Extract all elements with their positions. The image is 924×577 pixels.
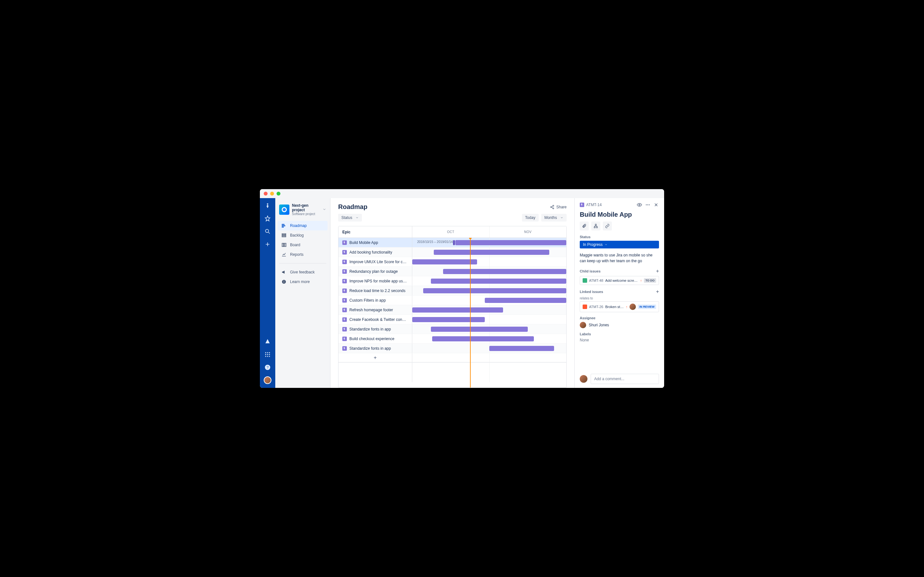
epic-cell[interactable]: Refresh homepage footer	[338, 305, 412, 314]
svg-rect-13	[282, 226, 285, 226]
create-icon[interactable]	[264, 240, 271, 248]
epic-row[interactable]: Add booking functionality	[338, 247, 566, 257]
window-close-button[interactable]	[264, 192, 268, 195]
search-icon[interactable]	[264, 227, 271, 235]
learn-more[interactable]: Learn more	[278, 277, 328, 287]
epic-type-icon	[580, 203, 584, 207]
assignee-field[interactable]: Shuri Jones	[580, 322, 659, 328]
timeline-cell: 2018/10/15 – 2019/01/14	[412, 238, 566, 247]
add-linked-issue-button[interactable]: +	[656, 289, 659, 295]
megaphone-icon	[281, 269, 287, 275]
epic-cell[interactable]: Add booking functionality	[338, 247, 412, 257]
epic-cell[interactable]: Create Facebook & Twitter connector	[338, 315, 412, 324]
epic-row[interactable]: Build Mobile App2018/10/15 – 2019/01/14	[338, 238, 566, 247]
bar-start-handle[interactable]	[453, 240, 455, 245]
svg-rect-19	[284, 243, 284, 247]
help-icon[interactable]: ?	[264, 364, 271, 371]
child-issues-label: Child issues	[580, 269, 601, 273]
epic-bar[interactable]	[432, 336, 534, 342]
epic-row[interactable]: Improve UMUX Lite Score for checko...	[338, 257, 566, 267]
project-type: Software project	[292, 212, 320, 216]
svg-text:?: ?	[267, 365, 269, 369]
epic-cell[interactable]: Build checkout experience	[338, 334, 412, 343]
svg-point-9	[269, 356, 270, 357]
epic-row[interactable]: Reduce load time to 2.2 seconds	[338, 286, 566, 295]
epic-type-icon	[342, 279, 347, 284]
nav-board-label: Board	[290, 243, 300, 247]
issue-description[interactable]: Maggie wants to use Jira on mobile so sh…	[580, 252, 659, 264]
nav-roadmap[interactable]: Roadmap	[278, 221, 328, 230]
epic-cell[interactable]: Custom Filters in app	[338, 295, 412, 305]
scale-selector[interactable]: Months	[541, 214, 567, 221]
link-button[interactable]	[603, 221, 612, 230]
window-minimize-button[interactable]	[270, 192, 274, 195]
epic-cell[interactable]: Build Mobile App	[338, 238, 412, 247]
epic-cell[interactable]: Redundancy plan for outage	[338, 267, 412, 276]
attach-button[interactable]	[580, 221, 589, 230]
epic-row[interactable]: Standardize fonts in app	[338, 324, 566, 334]
comment-input[interactable]: Add a comment...	[591, 374, 659, 384]
nav-reports[interactable]: Reports	[278, 250, 328, 259]
window-zoom-button[interactable]	[276, 192, 280, 195]
epic-bar[interactable]	[423, 288, 566, 293]
svg-rect-18	[282, 243, 283, 247]
jira-logo-icon[interactable]	[264, 202, 271, 210]
epic-bar[interactable]	[431, 327, 528, 332]
epic-cell[interactable]: Improve NPS for mobile app users by ...	[338, 276, 412, 285]
epic-title: Custom Filters in app	[349, 298, 386, 303]
epic-row[interactable]: Custom Filters in app	[338, 295, 566, 305]
give-feedback[interactable]: Give feedback	[278, 268, 328, 277]
star-icon[interactable]	[264, 215, 271, 222]
more-icon[interactable]	[645, 202, 651, 208]
epic-type-icon	[342, 346, 347, 351]
epic-bar[interactable]	[489, 346, 554, 351]
linked-issue-row[interactable]: ATMT-26 Broken status ind... ↑ IN REVIEW	[580, 301, 659, 312]
epic-bar[interactable]	[434, 250, 549, 255]
epic-type-icon	[342, 259, 347, 264]
app-switcher-icon[interactable]	[264, 351, 271, 358]
epic-bar[interactable]	[485, 298, 566, 303]
status-dropdown[interactable]: In Progress	[580, 241, 659, 248]
svg-rect-20	[285, 243, 286, 247]
epic-bar[interactable]	[455, 240, 566, 245]
close-icon[interactable]	[653, 202, 659, 208]
share-button[interactable]: Share	[550, 205, 567, 210]
epic-row[interactable]: Standardize fonts in app	[338, 343, 566, 353]
add-child-button[interactable]	[591, 221, 600, 230]
nav-board[interactable]: Board	[278, 240, 328, 250]
status-filter[interactable]: Status	[338, 214, 362, 221]
epic-row[interactable]: Redundancy plan for outage	[338, 267, 566, 276]
add-child-issue-button[interactable]: +	[656, 268, 659, 274]
epic-type-icon	[342, 240, 347, 245]
svg-point-30	[649, 205, 650, 205]
epic-title: Reduce load time to 2.2 seconds	[349, 288, 405, 293]
app-window: ? Next-gen project Software project Road…	[260, 189, 664, 388]
labels-value[interactable]: None	[580, 338, 659, 342]
project-switcher[interactable]: Next-gen project Software project	[278, 203, 328, 219]
today-button[interactable]: Today	[522, 214, 539, 221]
create-epic-button[interactable]: +	[338, 353, 412, 362]
child-issue-key: ATMT-48	[589, 279, 603, 282]
linked-issue-key: ATMT-26	[589, 305, 603, 309]
epic-cell[interactable]: Reduce load time to 2.2 seconds	[338, 286, 412, 295]
epic-bar[interactable]	[412, 308, 503, 313]
epic-bar[interactable]	[412, 259, 477, 264]
epic-row[interactable]: Improve NPS for mobile app users by ...	[338, 276, 566, 286]
epic-cell[interactable]: Improve UMUX Lite Score for checko...	[338, 257, 412, 266]
epic-cell[interactable]: Standardize fonts in app	[338, 324, 412, 334]
epic-row[interactable]: Refresh homepage footer	[338, 305, 566, 315]
profile-avatar[interactable]	[264, 376, 271, 384]
watch-icon[interactable]	[636, 202, 642, 208]
epic-row[interactable]: Create Facebook & Twitter connector	[338, 315, 566, 324]
issue-key-link[interactable]: ATMT-14	[580, 203, 602, 207]
epic-bar[interactable]	[443, 269, 566, 274]
child-issue-row[interactable]: ATMT-48 Add welcome screen for m... ↑ TO…	[580, 276, 659, 285]
epic-row[interactable]: Build checkout experience	[338, 334, 566, 343]
linked-issue-summary: Broken status ind...	[605, 305, 624, 309]
epic-cell[interactable]: Standardize fonts in app	[338, 343, 412, 353]
epic-bar[interactable]	[431, 279, 566, 284]
nav-backlog[interactable]: Backlog	[278, 230, 328, 240]
epic-bar[interactable]	[412, 317, 485, 322]
notification-icon[interactable]	[264, 338, 271, 346]
issue-title[interactable]: Build Mobile App	[580, 211, 659, 218]
